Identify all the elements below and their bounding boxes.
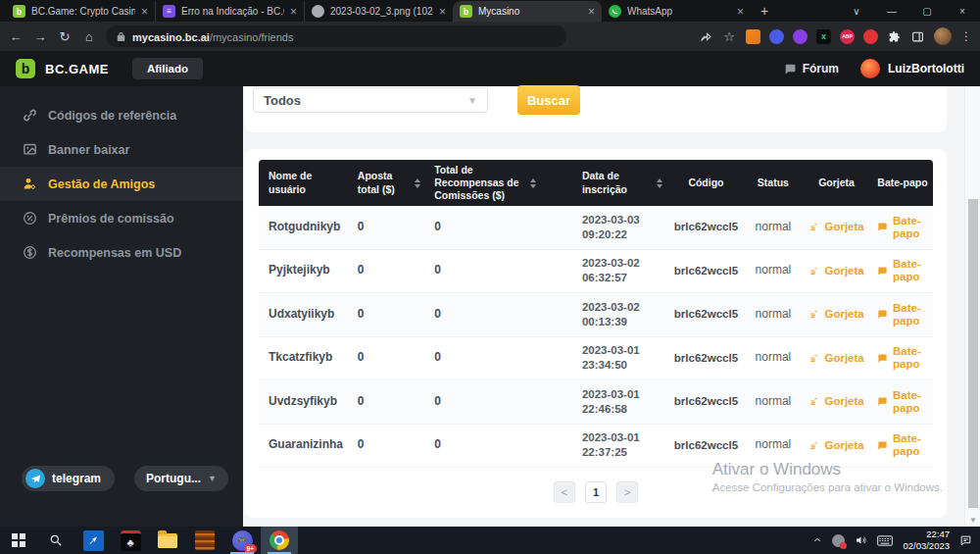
start-button[interactable] [0, 527, 37, 554]
taskbar-discord-app[interactable]: 🎮9+ [223, 527, 261, 554]
action-center-icon[interactable] [959, 534, 972, 547]
chat-link[interactable]: Bate-papo [876, 302, 929, 327]
cell-bet-total: 0 [348, 263, 424, 278]
blue-extension-icon[interactable] [769, 29, 784, 44]
cell-rewards-total: 0 [424, 307, 572, 323]
maximize-button[interactable]: ▢ [909, 6, 945, 17]
search-button[interactable]: Buscar [517, 85, 580, 115]
taskbar-search-button[interactable] [37, 527, 74, 554]
touch-keyboard-icon[interactable] [877, 535, 893, 546]
tip-link[interactable]: Gorjeta [808, 352, 863, 365]
cell-code: brlc62wccl5 [666, 264, 745, 278]
taskbar-striped-app[interactable] [186, 527, 223, 554]
tip-link[interactable]: Gorjeta [808, 395, 863, 408]
sidebar-item-c-digos-de-refer-ncia[interactable]: Códigos de referência [0, 98, 243, 132]
filter-type-select[interactable]: Todos ▼ [253, 87, 488, 113]
taskbar-clock[interactable]: 22:47 02/03/2023 [903, 529, 950, 552]
language-selector[interactable]: Portugu... ▼ [134, 466, 228, 491]
taskbar-file-explorer[interactable] [149, 527, 186, 554]
share-icon[interactable] [699, 30, 712, 43]
tray-chevron-up-icon[interactable] [812, 536, 822, 544]
tab-close-icon[interactable]: × [737, 6, 744, 18]
home-icon[interactable]: ⌂ [81, 29, 97, 44]
adblock-extension-icon[interactable] [863, 29, 878, 44]
browser-tab[interactable]: b BC.Game: Crypto Casino Gam × [6, 1, 155, 22]
tab-search-chevron-icon[interactable]: ∨ [839, 6, 874, 17]
new-tab-button[interactable]: + [760, 3, 768, 19]
sidebar-item-gest-o-de-amigos[interactable]: Gestão de Amigos [0, 167, 243, 201]
browser-menu-kebab-icon[interactable]: ⋮ [960, 29, 972, 43]
minimize-button[interactable]: — [874, 6, 909, 17]
tab-close-icon[interactable]: × [439, 6, 446, 18]
browser-tab[interactable]: 2023-03-02_3.png (1024×76 × [304, 1, 453, 22]
chat-link[interactable]: Bate-papo [876, 258, 929, 283]
browser-tab[interactable]: b Mycasino × [453, 1, 602, 22]
chat-link[interactable]: Bate-papo [876, 432, 929, 458]
bookmark-star-icon[interactable]: ☆ [721, 29, 737, 44]
close-button[interactable]: × [945, 6, 980, 17]
extensions-puzzle-icon[interactable] [887, 29, 902, 44]
column-header[interactable]: Data de inscrição [572, 170, 666, 195]
tip-link[interactable]: Gorjeta [808, 265, 863, 277]
tip-link[interactable]: Gorjeta [808, 308, 863, 321]
forward-icon[interactable]: → [32, 29, 48, 44]
chevron-down-icon: ▼ [208, 474, 217, 483]
column-header[interactable]: Bate-papo [872, 176, 933, 189]
column-header[interactable]: Total de Recompensas de Comissões ($) [424, 164, 572, 202]
sort-icon[interactable] [415, 178, 420, 188]
sidebar-item-recompensas-em-usd[interactable]: Recompensas em USD [0, 235, 243, 270]
x-extension-icon[interactable]: x [816, 29, 831, 44]
back-icon[interactable]: ← [8, 29, 24, 44]
sidebar-item-pr-mios-de-comiss-o[interactable]: Prêmios de comissão [0, 201, 243, 235]
taskbar-chrome-app[interactable] [261, 527, 298, 554]
column-header[interactable]: Nome de usuário [259, 170, 348, 195]
adblock-plus-extension-icon[interactable]: ABP [840, 29, 855, 44]
metamask-extension-icon[interactable] [746, 29, 760, 44]
tip-link[interactable]: Gorjeta [808, 221, 863, 233]
taskbar-game-app[interactable]: ♣ [112, 527, 149, 554]
tab-close-icon[interactable]: × [290, 6, 297, 18]
browser-profile-avatar[interactable] [934, 27, 952, 45]
forum-link[interactable]: Fórum [783, 62, 839, 76]
tab-close-icon[interactable]: × [141, 6, 148, 18]
side-panel-icon[interactable] [910, 29, 925, 44]
taskbar-remote-app[interactable] [74, 527, 112, 554]
cell-bet-total: 0 [348, 307, 424, 323]
tip-link[interactable]: Gorjeta [808, 439, 863, 452]
telegram-button[interactable]: telegram [22, 466, 115, 491]
column-header[interactable]: Gorjeta [801, 176, 872, 189]
cell-status: normal [746, 394, 801, 410]
sidebar-item-banner-baixar[interactable]: Banner baixar [0, 132, 243, 167]
pagination-prev-button[interactable]: < [554, 481, 575, 503]
browser-tab[interactable]: WhatsApp × [602, 1, 751, 22]
volume-icon[interactable] [855, 534, 867, 546]
column-header[interactable]: Código [666, 176, 745, 189]
scrollbar-thumb[interactable] [968, 199, 978, 508]
cell-code: brlc62wccl5 [666, 220, 745, 234]
chat-bubble-icon [876, 353, 888, 364]
page-scrollbar[interactable]: ▼ [964, 86, 980, 527]
address-bar[interactable]: mycasino.bc.ai/mycasino/friends [106, 25, 566, 47]
tray-app-notification-icon[interactable] [832, 534, 845, 547]
reload-icon[interactable]: ↻ [57, 29, 73, 44]
chat-link[interactable]: Bate-papo [876, 389, 929, 415]
pagination-next-button[interactable]: > [616, 481, 638, 503]
chat-link[interactable]: Bate-papo [876, 345, 929, 371]
bc-game-logo[interactable]: b [16, 59, 35, 78]
user-name[interactable]: LuizBortolotti [888, 62, 964, 76]
column-header[interactable]: Aposta total ($) [348, 170, 424, 195]
sort-icon[interactable] [657, 178, 662, 188]
toolbar-right: ☆ x ABP ⋮ [699, 27, 972, 45]
browser-tab[interactable]: ≡ Erro na Indicação - BC.Game × [155, 1, 304, 22]
affiliate-tab[interactable]: Afiliado [132, 58, 203, 79]
chat-link[interactable]: Bate-papo [876, 215, 929, 240]
cell-signup-date: 2023-03-03 09:20:22 [572, 213, 666, 242]
sort-icon[interactable] [530, 178, 536, 188]
purple-extension-icon[interactable] [793, 29, 808, 44]
filter-card: Todos ▼ Buscar [245, 86, 947, 132]
user-avatar[interactable] [860, 59, 880, 78]
scrollbar-down-arrow[interactable]: ▼ [965, 516, 980, 525]
pagination-page-1[interactable]: 1 [585, 481, 607, 503]
column-header[interactable]: Status [746, 176, 801, 189]
tab-close-icon[interactable]: × [588, 6, 595, 18]
